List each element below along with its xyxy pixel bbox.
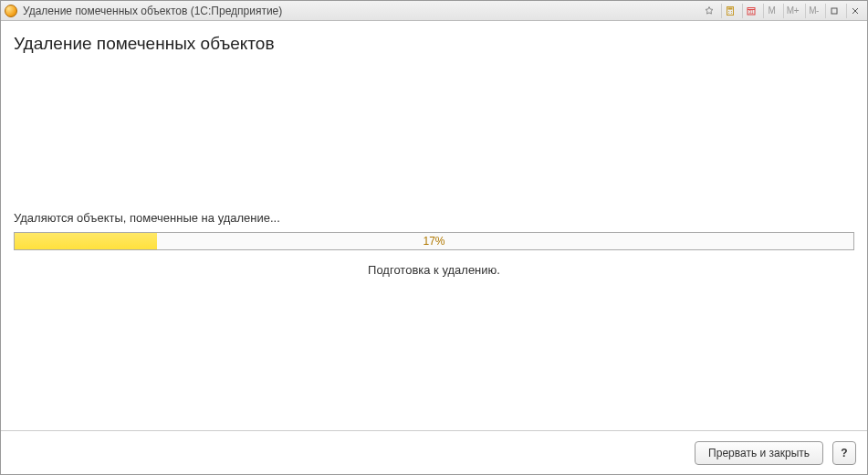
content-area: Удаление помеченных объектов Удаляются о… bbox=[1, 21, 867, 430]
calendar-icon[interactable]: 31 bbox=[742, 4, 759, 18]
svg-point-2 bbox=[728, 11, 729, 12]
help-button[interactable]: ? bbox=[832, 441, 856, 465]
progress-bar: 17% bbox=[14, 232, 854, 250]
favorite-icon[interactable] bbox=[701, 4, 717, 18]
svg-text:31: 31 bbox=[748, 10, 754, 15]
app-icon bbox=[5, 5, 17, 17]
svg-rect-9 bbox=[831, 8, 837, 14]
footer: Прервать и закрыть ? bbox=[1, 430, 867, 474]
svg-point-4 bbox=[728, 13, 729, 14]
progress-percent-label: 17% bbox=[15, 233, 853, 249]
titlebar: Удаление помеченных объектов (1С:Предпри… bbox=[1, 1, 867, 21]
app-window: Удаление помеченных объектов (1С:Предпри… bbox=[0, 0, 868, 475]
status-text: Удаляются объекты, помеченные на удалени… bbox=[14, 211, 854, 225]
close-icon[interactable] bbox=[846, 4, 863, 18]
svg-point-5 bbox=[731, 13, 732, 14]
memory-mminus-button[interactable]: M- bbox=[805, 4, 821, 18]
window-title: Удаление помеченных объектов (1С:Предпри… bbox=[23, 5, 282, 17]
substatus-text: Подготовка к удалению. bbox=[14, 263, 854, 277]
abort-and-close-button[interactable]: Прервать и закрыть bbox=[695, 441, 823, 465]
page-title: Удаление помеченных объектов bbox=[14, 34, 854, 54]
maximize-icon[interactable] bbox=[825, 4, 842, 18]
svg-rect-1 bbox=[727, 7, 732, 9]
memory-m-button[interactable]: M bbox=[763, 4, 779, 18]
svg-point-3 bbox=[731, 11, 732, 12]
progress-section: Удаляются объекты, помеченные на удалени… bbox=[14, 211, 854, 277]
memory-mplus-button[interactable]: M+ bbox=[783, 4, 801, 18]
calculator-icon[interactable] bbox=[721, 4, 738, 18]
